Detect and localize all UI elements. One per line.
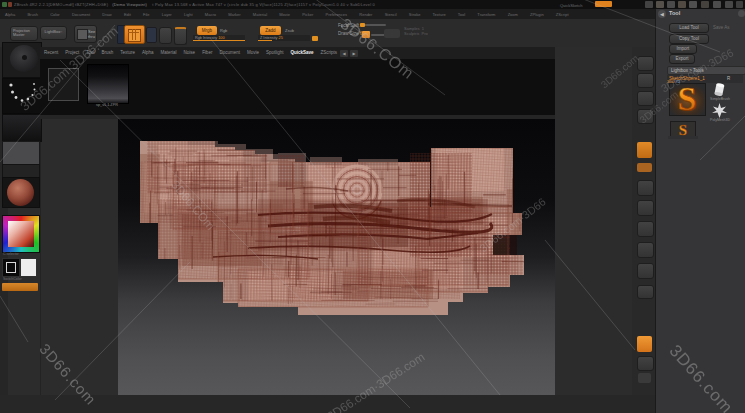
svg-text:S: S <box>678 84 697 115</box>
svg-text:S: S <box>679 122 687 136</box>
